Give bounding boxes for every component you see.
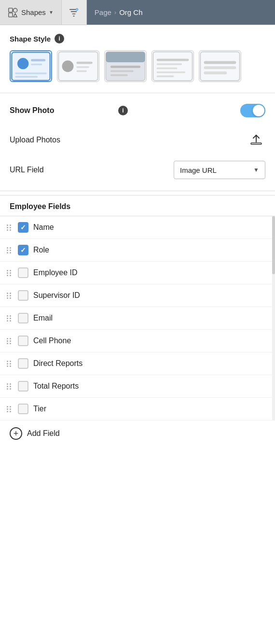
show-photo-label: Show Photo bbox=[10, 106, 114, 115]
svg-rect-26 bbox=[157, 71, 186, 73]
employee-fields-container: ✓ Name ✓ Role bbox=[0, 216, 275, 420]
field-checkbox-employee-id[interactable] bbox=[18, 267, 28, 278]
field-label-employee-id: Employee ID bbox=[33, 268, 78, 277]
drag-handle[interactable] bbox=[5, 314, 13, 322]
shape-option-filled[interactable] bbox=[104, 50, 147, 82]
svg-rect-31 bbox=[204, 71, 227, 74]
shape-option-double-line[interactable] bbox=[199, 50, 241, 82]
shape-option-simple-lines[interactable] bbox=[151, 50, 194, 82]
drag-handle[interactable] bbox=[5, 269, 13, 277]
svg-rect-29 bbox=[204, 61, 236, 64]
show-photo-info-icon[interactable]: i bbox=[118, 106, 128, 115]
field-checkbox-cell-phone[interactable] bbox=[18, 336, 28, 346]
top-bar: Shapes ▼ + Page › Org Ch bbox=[0, 0, 275, 25]
svg-rect-11 bbox=[15, 76, 38, 78]
field-label-name: Name bbox=[33, 223, 54, 232]
svg-rect-19 bbox=[110, 66, 140, 68]
breadcrumb-current: Org Ch bbox=[119, 8, 142, 16]
shape-options-grid bbox=[0, 50, 275, 89]
drag-handle[interactable] bbox=[5, 360, 13, 368]
field-item-role[interactable]: ✓ Role bbox=[0, 239, 275, 262]
upload-photos-label: Upload Photos bbox=[10, 136, 124, 144]
svg-point-7 bbox=[17, 58, 28, 69]
divider-1 bbox=[0, 93, 275, 93]
svg-rect-15 bbox=[76, 66, 89, 68]
svg-rect-9 bbox=[31, 63, 42, 65]
svg-rect-10 bbox=[15, 72, 46, 74]
shape-style-title: Shape Style bbox=[10, 35, 51, 43]
shape-option-photo-card[interactable] bbox=[10, 50, 52, 82]
field-label-supervisor-id: Supervisor ID bbox=[33, 291, 80, 300]
field-checkbox-supervisor-id[interactable] bbox=[18, 290, 28, 301]
url-field-dropdown[interactable]: Image URL ▼ bbox=[174, 161, 265, 179]
add-field-label: Add Field bbox=[27, 429, 60, 438]
show-photo-row: Show Photo i bbox=[0, 97, 275, 124]
scrollbar-track bbox=[272, 216, 275, 420]
field-label-total-reports: Total Reports bbox=[33, 382, 79, 391]
add-field-icon: + bbox=[10, 427, 22, 440]
employee-fields-list: ✓ Name ✓ Role bbox=[0, 216, 275, 420]
add-field-row[interactable]: + Add Field bbox=[0, 420, 275, 447]
shapes-button[interactable]: Shapes ▼ bbox=[0, 0, 62, 25]
chevron-down-icon: ▼ bbox=[49, 10, 54, 15]
svg-rect-0 bbox=[9, 8, 13, 12]
svg-rect-18 bbox=[106, 52, 145, 62]
field-checkbox-email[interactable] bbox=[18, 313, 28, 323]
url-field-label: URL Field bbox=[10, 166, 174, 174]
svg-rect-30 bbox=[204, 66, 236, 69]
field-item-direct-reports[interactable]: Direct Reports bbox=[0, 352, 275, 375]
field-item-total-reports[interactable]: Total Reports bbox=[0, 375, 275, 398]
field-checkbox-direct-reports[interactable] bbox=[18, 358, 28, 369]
drag-handle[interactable] bbox=[5, 292, 13, 300]
field-checkbox-role[interactable]: ✓ bbox=[18, 245, 28, 255]
upload-photos-button[interactable] bbox=[247, 131, 265, 149]
svg-rect-20 bbox=[110, 70, 134, 72]
url-field-selected: Image URL bbox=[180, 166, 217, 174]
upload-photos-row: Upload Photos bbox=[0, 124, 275, 156]
drag-handle[interactable] bbox=[5, 337, 13, 345]
field-label-role: Role bbox=[33, 246, 49, 254]
svg-point-13 bbox=[62, 60, 74, 72]
field-checkbox-name[interactable]: ✓ bbox=[18, 222, 28, 233]
svg-rect-2 bbox=[9, 13, 13, 16]
svg-rect-27 bbox=[157, 75, 174, 77]
field-label-cell-phone: Cell Phone bbox=[33, 336, 71, 345]
employee-fields-header: Employee Fields bbox=[0, 195, 275, 216]
field-item-cell-phone[interactable]: Cell Phone bbox=[0, 330, 275, 352]
shapes-label: Shapes bbox=[21, 8, 46, 16]
field-item-employee-id[interactable]: Employee ID bbox=[0, 262, 275, 284]
field-label-email: Email bbox=[33, 314, 53, 322]
svg-rect-8 bbox=[31, 59, 45, 61]
url-field-row: URL Field Image URL ▼ bbox=[0, 156, 275, 187]
field-label-tier: Tier bbox=[33, 405, 46, 413]
shape-option-avatar-lines[interactable] bbox=[57, 50, 99, 82]
svg-rect-14 bbox=[76, 61, 92, 64]
svg-rect-16 bbox=[76, 70, 87, 72]
svg-rect-32 bbox=[251, 143, 261, 144]
svg-text:+: + bbox=[76, 8, 78, 11]
field-checkbox-total-reports[interactable] bbox=[18, 381, 28, 392]
drag-handle[interactable] bbox=[5, 382, 13, 391]
drag-handle[interactable] bbox=[5, 405, 13, 413]
field-item-name[interactable]: ✓ Name bbox=[0, 216, 275, 239]
show-photo-toggle[interactable] bbox=[240, 104, 265, 117]
drag-handle[interactable] bbox=[5, 224, 13, 232]
toggle-thumb bbox=[253, 105, 264, 116]
scrollbar-thumb[interactable] bbox=[272, 216, 275, 274]
breadcrumb: Page › Org Ch bbox=[87, 0, 275, 25]
svg-rect-21 bbox=[110, 74, 128, 76]
shape-style-info-icon[interactable]: i bbox=[55, 34, 64, 43]
svg-rect-25 bbox=[157, 67, 178, 69]
filter-icon: + bbox=[69, 7, 79, 18]
field-checkbox-tier[interactable] bbox=[18, 404, 28, 414]
filter-button[interactable]: + bbox=[62, 0, 87, 25]
dropdown-arrow-icon: ▼ bbox=[253, 167, 259, 173]
employee-fields-title: Employee Fields bbox=[10, 202, 70, 210]
field-item-email[interactable]: Email bbox=[0, 307, 275, 330]
field-item-tier[interactable]: Tier bbox=[0, 398, 275, 420]
field-item-supervisor-id[interactable]: Supervisor ID bbox=[0, 284, 275, 307]
drag-handle[interactable] bbox=[5, 246, 13, 254]
breadcrumb-separator: › bbox=[114, 9, 116, 16]
field-label-direct-reports: Direct Reports bbox=[33, 359, 82, 368]
svg-rect-23 bbox=[157, 58, 189, 61]
